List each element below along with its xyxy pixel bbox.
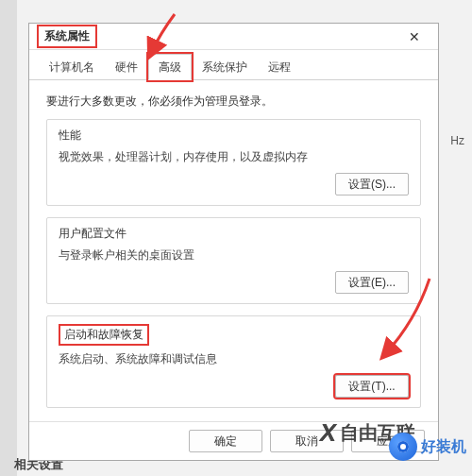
admin-required-note: 要进行大多数更改，你必须作为管理员登录。: [46, 94, 421, 110]
group-startup-recovery-title: 启动和故障恢复: [59, 324, 149, 346]
group-user-profiles-desc: 与登录帐户相关的桌面设置: [59, 247, 409, 264]
watermark-haozhuangji: 好装机: [389, 433, 466, 461]
group-performance-title: 性能: [59, 128, 409, 144]
startup-recovery-settings-button[interactable]: 设置(T)...: [335, 375, 409, 398]
close-button[interactable]: ✕: [398, 26, 430, 48]
group-performance: 性能 视觉效果，处理器计划，内存使用，以及虚拟内存 设置(S)...: [46, 119, 421, 206]
dialog-title: 系统属性: [37, 25, 97, 48]
group-startup-recovery: 启动和故障恢复 系统启动、系统故障和调试信息 设置(T)...: [46, 315, 421, 408]
background-hz-label: Hz: [450, 134, 464, 147]
watermark-circle-icon: [389, 433, 417, 461]
tab-content-advanced: 要进行大多数更改，你必须作为管理员登录。 性能 视觉效果，处理器计划，内存使用，…: [29, 80, 438, 421]
group-performance-desc: 视觉效果，处理器计划，内存使用，以及虚拟内存: [59, 149, 409, 165]
user-profiles-settings-button[interactable]: 设置(E)...: [335, 271, 409, 294]
tab-hardware[interactable]: 硬件: [105, 54, 148, 79]
group-user-profiles: 用户配置文件 与登录帐户相关的桌面设置 设置(E)...: [46, 217, 421, 304]
performance-settings-button[interactable]: 设置(S)...: [335, 173, 409, 196]
tab-advanced[interactable]: 高级: [148, 54, 192, 80]
group-user-profiles-title: 用户配置文件: [59, 226, 409, 242]
close-icon: ✕: [409, 29, 420, 44]
tab-computer-name[interactable]: 计算机名: [39, 54, 105, 79]
ok-button[interactable]: 确定: [189, 430, 262, 452]
group-startup-recovery-desc: 系统启动、系统故障和调试信息: [59, 351, 409, 367]
background-sidebar: [0, 0, 17, 476]
system-properties-dialog: 系统属性 ✕ 计算机名 硬件 高级 系统保护 远程 要进行大多数更改，你必须作为…: [28, 23, 439, 461]
tab-remote[interactable]: 远程: [258, 54, 301, 79]
watermark-haozhuangji-text: 好装机: [421, 437, 466, 457]
watermark-x-icon: X: [320, 418, 336, 448]
tab-system-protection[interactable]: 系统保护: [192, 54, 258, 79]
titlebar: 系统属性 ✕: [29, 24, 438, 50]
tab-strip: 计算机名 硬件 高级 系统保护 远程: [29, 50, 438, 80]
